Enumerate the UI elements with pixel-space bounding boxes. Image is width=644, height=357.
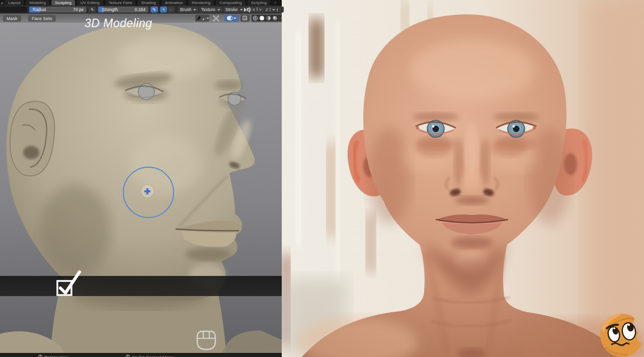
xray-icon	[243, 16, 248, 21]
overlays-icon	[226, 15, 232, 21]
tab-uv-editing[interactable]: UV Editing	[77, 0, 103, 6]
tab-scripting[interactable]: Scripting	[248, 0, 270, 6]
chevron-down-icon	[217, 9, 220, 11]
mask-button-label: Mask	[7, 16, 18, 21]
face-sets-button-label: Face Sets	[32, 16, 52, 21]
status-bar: Rotate View Sculpt Context Menu	[0, 353, 282, 357]
chevron-down-icon	[206, 18, 209, 19]
brush-menu[interactable]: Brush	[178, 7, 198, 13]
brush-datablock-field[interactable]	[0, 7, 27, 13]
chevron-down-icon	[272, 9, 275, 11]
mirror-butterfly-icon	[244, 7, 250, 13]
texture-menu[interactable]: Texture	[199, 7, 222, 13]
screenshot-root: p Layout Modeling Sculpting UV Editing T…	[0, 0, 644, 357]
banner-label: 3D Modeling	[85, 17, 152, 30]
mirror-z-toggle[interactable]: Z	[264, 7, 270, 13]
stroke-menu-label: Stroke	[225, 7, 238, 12]
add-workspace-button[interactable]: +	[272, 0, 279, 6]
brush-menu-label: Brush	[180, 7, 191, 12]
tab-texture-paint[interactable]: Texture Paint	[105, 0, 136, 6]
texture-menu-label: Texture	[201, 7, 215, 12]
direction-subtract-button[interactable]: −	[168, 7, 175, 13]
shading-wireframe-icon[interactable]	[253, 15, 258, 21]
tab-shading[interactable]: Shading	[137, 0, 159, 6]
render-head-illustration	[282, 0, 644, 357]
blender-window: p Layout Modeling Sculpting UV Editing T…	[0, 0, 282, 357]
checkbox-checked-icon	[53, 268, 86, 297]
strength-slider[interactable]: Strength 0.164	[98, 7, 148, 13]
mirror-y-toggle[interactable]: Y	[258, 7, 263, 13]
menubar-fragment: p	[0, 1, 5, 5]
tab-modeling[interactable]: Modeling	[26, 0, 49, 6]
final-render-image	[282, 0, 644, 357]
shading-material-icon[interactable]	[266, 15, 271, 21]
rotate-view-hint: Rotate View	[38, 354, 68, 357]
mouse-overlay-icon	[194, 329, 218, 351]
paint-tool-icon	[195, 16, 206, 21]
chevron-down-icon	[233, 18, 236, 19]
cookie-mascot-logo	[600, 314, 643, 357]
gizmo-toggle-icon[interactable]	[211, 15, 220, 22]
strength-value: 0.164	[135, 7, 145, 12]
context-menu-hint: Sculpt Context Menu	[126, 354, 174, 357]
face-sets-button[interactable]: Face Sets	[28, 15, 56, 22]
annotate-tool-icon[interactable]	[195, 15, 209, 22]
rotate-view-hint-label: Rotate View	[44, 355, 68, 357]
mouse-button-icon	[38, 354, 42, 357]
mirror-options-dropdown[interactable]	[271, 7, 277, 13]
xray-toggle[interactable]	[240, 15, 250, 22]
tool-settings-bar: Radius 74 px ✎ Strength 0.164 ✎ + − Brus…	[0, 6, 282, 14]
shading-rendered-icon[interactable]	[272, 15, 278, 21]
viewport-shading-group	[252, 15, 282, 22]
radius-pressure-icon[interactable]: ✎	[89, 7, 96, 13]
overlays-toggle[interactable]	[224, 15, 238, 22]
chevron-down-icon	[240, 9, 243, 11]
shading-solid-icon[interactable]	[259, 15, 265, 21]
tab-rendering[interactable]: Rendering	[188, 0, 214, 6]
pen-icon: ✎	[152, 8, 156, 12]
chevron-down-icon	[193, 9, 196, 11]
strength-pressure-icon[interactable]: ✎	[150, 7, 158, 13]
tab-compositing[interactable]: Compositing	[216, 0, 245, 6]
brush-crosshair-icon	[140, 184, 155, 199]
radius-value: 74 px	[73, 7, 84, 12]
sculpt-3d-viewport[interactable]: Mask Face Sets	[0, 14, 282, 353]
stroke-menu[interactable]: Stroke	[223, 7, 245, 13]
workspace-tab-bar: p Layout Modeling Sculpting UV Editing T…	[0, 0, 282, 6]
gizmo-icon	[213, 15, 219, 22]
tab-animation[interactable]: Animation	[162, 0, 187, 6]
topic-banner	[0, 276, 282, 296]
context-menu-hint-label: Sculpt Context Menu	[132, 355, 174, 357]
direction-add-button[interactable]: +	[160, 7, 167, 13]
radius-slider[interactable]: Radius 74 px	[29, 7, 87, 13]
mouse-button-icon	[126, 354, 130, 357]
clipped-edge-button[interactable]	[278, 7, 284, 13]
radius-label: Radius	[33, 7, 73, 12]
tab-layout[interactable]: Layout	[5, 0, 24, 6]
tab-sculpting[interactable]: Sculpting	[51, 0, 75, 6]
mirror-axis-cluster: X Y Z	[244, 6, 284, 13]
strength-label: Strength	[102, 7, 135, 12]
pen-icon: ✎	[91, 8, 94, 12]
mask-button[interactable]: Mask	[3, 15, 21, 22]
mirror-x-toggle[interactable]: X	[251, 7, 257, 13]
